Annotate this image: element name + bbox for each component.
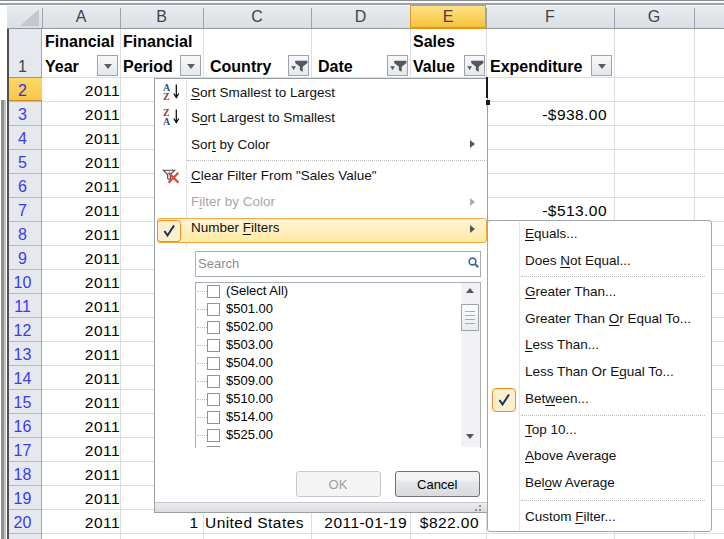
svg-text:A: A <box>163 115 171 125</box>
svg-text:Z: Z <box>163 90 170 100</box>
